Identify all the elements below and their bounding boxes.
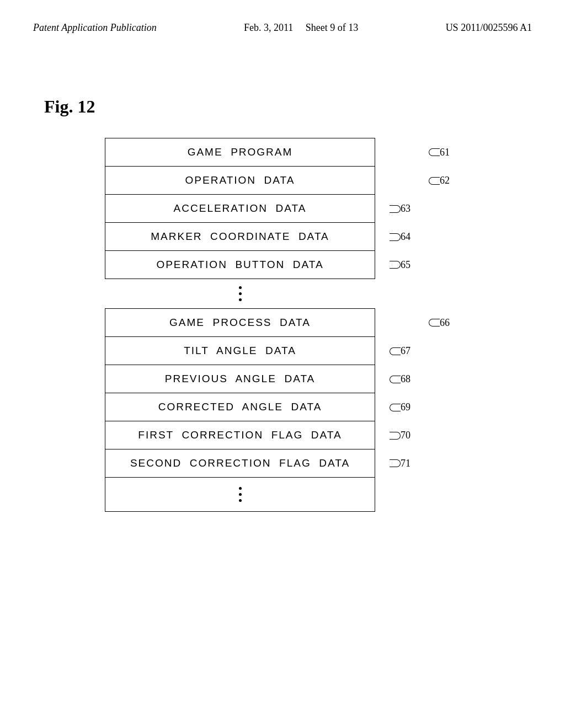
ref-number-65: 65 bbox=[401, 259, 411, 271]
ref-number-68: 68 bbox=[401, 373, 411, 385]
patent-text: US 2011/0025596 A1 bbox=[446, 22, 532, 33]
label-previous-angle-data: PREVIOUS ANGLE DATA bbox=[165, 373, 316, 385]
ref-number-70: 70 bbox=[401, 430, 411, 441]
block-acceleration-data: ACCELERATION DATA 63 bbox=[105, 195, 375, 223]
dot-2 bbox=[239, 292, 242, 295]
label-operation-button-data: OPERATION BUTTON DATA bbox=[156, 259, 323, 271]
block-corrected-angle-data: CORRECTED ANGLE DATA 69 bbox=[105, 393, 375, 421]
block-second-correction-flag-data: SECOND CORRECTION FLAG DATA 71 bbox=[105, 449, 375, 477]
block-box-previous-angle-data: PREVIOUS ANGLE DATA bbox=[105, 365, 375, 393]
figure-label: Fig. 12 bbox=[44, 97, 95, 117]
block-game-process-data: GAME PROCESS DATA 66 bbox=[105, 308, 414, 337]
label-game-program: GAME PROGRAM bbox=[188, 146, 293, 158]
block-box-game-program: GAME PROGRAM bbox=[105, 138, 375, 167]
block-box-operation-button-data: OPERATION BUTTON DATA bbox=[105, 251, 375, 279]
label-first-correction-flag-data: FIRST CORRECTION FLAG DATA bbox=[138, 429, 342, 441]
header-date: Feb. 3, 2011 Sheet 9 of 13 bbox=[244, 22, 358, 34]
figure-label-text: Fig. 12 bbox=[44, 97, 95, 116]
dots-section-1 bbox=[105, 279, 375, 308]
ref-62: 62 bbox=[429, 175, 450, 186]
sheet-text: Sheet 9 of 13 bbox=[306, 22, 358, 33]
ref-number-63: 63 bbox=[401, 203, 411, 215]
label-operation-data: OPERATION DATA bbox=[185, 174, 295, 186]
block-operation-button-data: OPERATION BUTTON DATA 65 bbox=[105, 251, 375, 279]
group-67-71: TILT ANGLE DATA 67 PREVIOUS ANGLE DATA 6… bbox=[105, 337, 375, 478]
dot-4 bbox=[239, 487, 242, 490]
block-box-acceleration-data: ACCELERATION DATA bbox=[105, 195, 375, 223]
ref-number-64: 64 bbox=[401, 231, 411, 243]
block-box-tilt-angle-data: TILT ANGLE DATA bbox=[105, 337, 375, 365]
ref-number-69: 69 bbox=[401, 402, 411, 413]
ref-69: 69 bbox=[390, 402, 411, 413]
label-corrected-angle-data: CORRECTED ANGLE DATA bbox=[158, 401, 322, 413]
block-first-correction-flag-data: FIRST CORRECTION FLAG DATA 70 bbox=[105, 421, 375, 449]
ref-number-62: 62 bbox=[440, 175, 450, 186]
dot-5 bbox=[239, 493, 242, 496]
diagram: GAME PROGRAM 61 OPERATION DATA 62 ACCELE… bbox=[105, 138, 414, 512]
group-63-65: ACCELERATION DATA 63 MARKER COORDINATE D… bbox=[105, 195, 375, 279]
block-box-second-correction-flag-data: SECOND CORRECTION FLAG DATA bbox=[105, 449, 375, 477]
ref-65: 65 bbox=[390, 259, 411, 271]
ref-71: 71 bbox=[390, 458, 411, 469]
ref-68: 68 bbox=[390, 373, 411, 385]
date-text: Feb. 3, 2011 bbox=[244, 22, 293, 33]
label-second-correction-flag-data: SECOND CORRECTION FLAG DATA bbox=[130, 457, 350, 469]
block-game-program: GAME PROGRAM 61 bbox=[105, 138, 414, 167]
ref-number-66: 66 bbox=[440, 317, 450, 329]
ref-number-71: 71 bbox=[401, 458, 411, 469]
ref-number-67: 67 bbox=[401, 345, 411, 357]
block-marker-coordinate-data: MARKER COORDINATE DATA 64 bbox=[105, 223, 375, 251]
dots-section-2 bbox=[105, 478, 375, 512]
label-game-process-data: GAME PROCESS DATA bbox=[169, 317, 311, 329]
ref-61: 61 bbox=[429, 147, 450, 158]
block-operation-data: OPERATION DATA 62 bbox=[105, 167, 414, 195]
ref-64: 64 bbox=[390, 231, 411, 243]
ref-63: 63 bbox=[390, 203, 411, 215]
ref-number-61: 61 bbox=[440, 147, 450, 158]
ref-66: 66 bbox=[429, 317, 450, 329]
label-tilt-angle-data: TILT ANGLE DATA bbox=[184, 345, 296, 357]
block-previous-angle-data: PREVIOUS ANGLE DATA 68 bbox=[105, 365, 375, 393]
label-acceleration-data: ACCELERATION DATA bbox=[174, 202, 307, 215]
block-tilt-angle-data: TILT ANGLE DATA 67 bbox=[105, 337, 375, 365]
dot-3 bbox=[239, 298, 242, 301]
block-box-operation-data: OPERATION DATA bbox=[105, 167, 375, 195]
header-publication: Patent Application Publication bbox=[33, 22, 157, 34]
block-box-corrected-angle-data: CORRECTED ANGLE DATA bbox=[105, 393, 375, 421]
publication-text: Patent Application Publication bbox=[33, 22, 157, 33]
ref-67: 67 bbox=[390, 345, 411, 357]
page-header: Patent Application Publication Feb. 3, 2… bbox=[0, 0, 565, 34]
label-marker-coordinate-data: MARKER COORDINATE DATA bbox=[151, 231, 329, 243]
dot-6 bbox=[239, 499, 242, 502]
block-box-marker-coordinate-data: MARKER COORDINATE DATA bbox=[105, 223, 375, 251]
header-patent: US 2011/0025596 A1 bbox=[446, 22, 532, 34]
block-box-first-correction-flag-data: FIRST CORRECTION FLAG DATA bbox=[105, 421, 375, 449]
dot-1 bbox=[239, 286, 242, 289]
ref-70: 70 bbox=[390, 430, 411, 441]
block-box-game-process-data: GAME PROCESS DATA bbox=[105, 308, 375, 337]
